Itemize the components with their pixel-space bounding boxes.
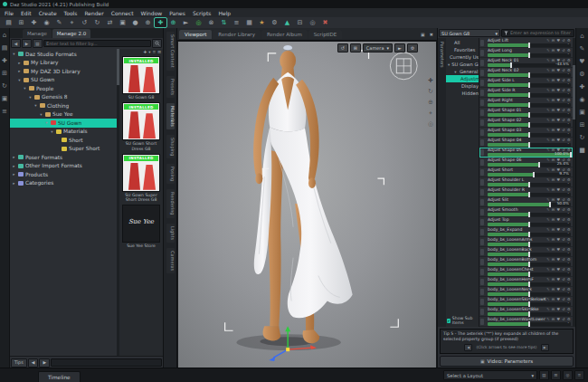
layout-selector[interactable]: Select a Layout ▾ [443, 370, 537, 380]
parameter-slider[interactable]: - [488, 123, 571, 127]
toolbar-icon[interactable]: ⇄ [104, 18, 116, 27]
viewport-tab[interactable]: Viewport [179, 30, 212, 39]
menu-item[interactable]: Help [218, 10, 231, 16]
parameter-row[interactable]: Adjust Shape 02 ✎ ⊟ ♥ ↺ ⚙ - [479, 118, 573, 128]
parameter-slider[interactable]: - [488, 183, 571, 186]
menu-item[interactable]: Panes [169, 10, 185, 16]
bottom-bar-button[interactable]: ⊞ [551, 370, 561, 380]
expander-icon[interactable]: ▾ [44, 120, 49, 125]
activity-icon[interactable]: ✚ [2, 58, 7, 64]
parameter-row[interactable]: Adjust Shape 04 ✎ ⊟ ♥ ↺ ⚙ - [479, 138, 573, 148]
parameter-slider[interactable]: - [488, 213, 571, 216]
toolbar-icon[interactable]: ⇅ [218, 18, 230, 27]
expander-icon[interactable]: ▾ [17, 78, 22, 82]
expander-icon[interactable]: ▸ [17, 69, 22, 73]
parameter-slider[interactable]: - [488, 243, 571, 246]
content-tree-item[interactable]: ▾ SU Gown [10, 119, 117, 128]
content-search-input[interactable] [43, 40, 151, 47]
parameter-slider[interactable]: - [488, 143, 571, 147]
parameter-slider[interactable]: - [488, 233, 571, 236]
expander-icon[interactable]: ▾ [448, 62, 450, 67]
parameter-slider[interactable]: - [488, 93, 571, 97]
next-tip-arrow[interactable]: ▶ [541, 344, 549, 351]
docked-pane-tab[interactable]: Lights [166, 224, 175, 243]
expander-icon[interactable]: ▾ [12, 52, 16, 56]
parameter-row[interactable]: Adjust Shape 05 ✎ ⊟ ♥ ↺ ⚙ 100.0% [479, 148, 573, 158]
parameter-row[interactable]: Adjust Short ✎ ⊟ ♥ ↺ ⚙ 9.7% [479, 167, 573, 177]
toolbar-icon[interactable]: ⊟ [294, 18, 306, 27]
asset-thumbnail[interactable]: INSTALLED SU Gown G8 [122, 56, 160, 100]
parameter-row[interactable]: Adjust Top ✎ ⊟ ♥ ↺ ⚙ - [479, 217, 573, 227]
forward-button[interactable]: ▶ [22, 39, 32, 48]
video-parameters-button[interactable]: ▣ Video: Parameters [440, 356, 574, 367]
right-strip-icon[interactable]: ⊞ [580, 122, 585, 129]
prev-tip-button[interactable]: ◀ [28, 358, 39, 368]
parameter-slider[interactable]: - [488, 302, 571, 306]
toolbar-icon[interactable]: ◎ [193, 18, 204, 27]
thumbnail-tool-icon[interactable]: ≡ [152, 50, 156, 54]
parameter-group-item[interactable]: Currently Used [446, 53, 479, 61]
asset-thumbnail-image[interactable]: Sue Yee [122, 205, 160, 243]
docked-pane-tab[interactable]: Presets [166, 76, 175, 98]
parameter-row[interactable]: body_bs_LoosenNeck ✎ ⊟ ♥ ↺ ⚙ - [479, 287, 573, 297]
viewport-3d[interactable]: ↺ ⊞ Camera ▾ ► ⚙ ✚↻⊕⌖◎ [177, 41, 437, 368]
expander-icon[interactable]: ▾ [50, 129, 54, 134]
activity-icon[interactable]: ≡ [2, 109, 7, 115]
content-tree-item[interactable]: Super Short [10, 145, 117, 154]
viewport-tool-icon[interactable]: ✚ [428, 78, 433, 84]
toolbar-icon[interactable]: ◎ [307, 18, 318, 27]
menu-item[interactable]: File [5, 10, 14, 16]
expander-icon[interactable]: ▾ [453, 70, 458, 74]
parameter-row[interactable]: Adjust Shape 03 ✎ ⊟ ♥ ↺ ⚙ - [479, 128, 573, 138]
parameter-row[interactable]: Adjust Neck 01 ✎ ⊟ ♥ ↺ ⚙ -43.5% [479, 58, 573, 68]
toolbar-icon[interactable]: ★ [256, 18, 268, 27]
expander-icon[interactable]: ▸ [12, 172, 16, 177]
content-tree-item[interactable]: ▾ Sue Yee [10, 110, 117, 119]
right-strip-icon[interactable]: ⚙ [579, 72, 584, 78]
right-strip-icon[interactable]: ✎ [580, 46, 585, 53]
search-icon[interactable] [152, 39, 162, 48]
camera-selector[interactable]: Camera ▾ [363, 43, 393, 53]
toolbar-icon[interactable]: ⊞ [15, 18, 27, 27]
toolbar-icon[interactable]: ✚ [155, 18, 166, 27]
parameter-slider[interactable]: - [488, 282, 571, 286]
right-strip-icon[interactable]: ✚ [580, 84, 585, 91]
content-tree-item[interactable]: ▾ People [10, 84, 117, 93]
show-sub-items[interactable]: ✔ Show Sub Items [446, 314, 479, 327]
parameter-row[interactable]: Adjust Shape 06 ✎ ⊟ ♥ ↺ ⚙ 25.4% [479, 158, 573, 167]
parameter-group-item[interactable]: Favorites [446, 46, 479, 53]
toolbar-icon[interactable]: ≡ [231, 18, 242, 27]
content-tree-item[interactable]: ▸ My DAZ 3D Library [10, 67, 117, 76]
docked-pane-tab[interactable]: Materials [166, 103, 175, 129]
parameter-row[interactable]: Adjust Slit ✎ ⊟ ♥ ↺ ⚙ 50.0% [479, 197, 573, 207]
parameter-row[interactable]: Adjust Side R ✎ ⊟ ♥ ↺ ⚙ - [479, 88, 573, 98]
parameter-row[interactable]: Adjust Long ✎ ⊟ ♥ ↺ ⚙ - [479, 48, 573, 58]
toolbar-icon[interactable]: ⌖ [66, 18, 78, 27]
parameter-group-item[interactable]: ▾ SU Gown G8 [446, 61, 479, 68]
parameter-row[interactable]: Adjust Shape 01 ✎ ⊟ ♥ ↺ ⚙ - [479, 108, 573, 118]
content-tree-item[interactable]: ▾ Clothing [10, 101, 117, 110]
expander-icon[interactable]: ▾ [39, 112, 43, 117]
toolbar-icon[interactable]: ▲ [281, 18, 293, 27]
thumbnail-tool-icon[interactable]: ✚ [143, 50, 147, 54]
expander-icon[interactable]: ▸ [17, 61, 22, 65]
parameter-slider[interactable]: 9.7% [488, 173, 571, 177]
scene-figure[interactable] [178, 42, 436, 368]
parameter-slider[interactable]: 25.4% [488, 163, 571, 167]
parameter-row[interactable]: Adjust Shoulder R ✎ ⊟ ♥ ↺ ⚙ - [479, 187, 573, 197]
parameter-row[interactable]: body_bs_LoosenArms ✎ ⊟ ♥ ↺ ⚙ - [479, 237, 573, 247]
content-tree-item[interactable]: ▾ Genesis 8 [10, 93, 117, 102]
viewport-tool-icon[interactable]: ⊕ [428, 100, 433, 106]
parameter-slider[interactable]: - [488, 133, 571, 137]
toolbar-icon[interactable]: ⊕ [167, 18, 179, 27]
toolbar-icon[interactable]: ► [180, 18, 192, 27]
viewport-tool-icon[interactable]: ◎ [428, 121, 433, 128]
camera-undo-icon[interactable]: ↺ [337, 43, 348, 53]
parameter-group-item[interactable]: ▾ General [446, 68, 479, 75]
parameter-group-item[interactable]: All [446, 39, 479, 46]
toolbar-icon[interactable]: ⊕ [142, 18, 154, 27]
parameter-row[interactable]: body_bs_LoosenChest ✎ ⊟ ♥ ↺ ⚙ - [479, 267, 573, 277]
expander-icon[interactable]: ▾ [23, 86, 27, 91]
activity-icon[interactable]: ⌂ [3, 33, 6, 39]
content-tree-item[interactable]: ▾ Materials [10, 128, 117, 137]
